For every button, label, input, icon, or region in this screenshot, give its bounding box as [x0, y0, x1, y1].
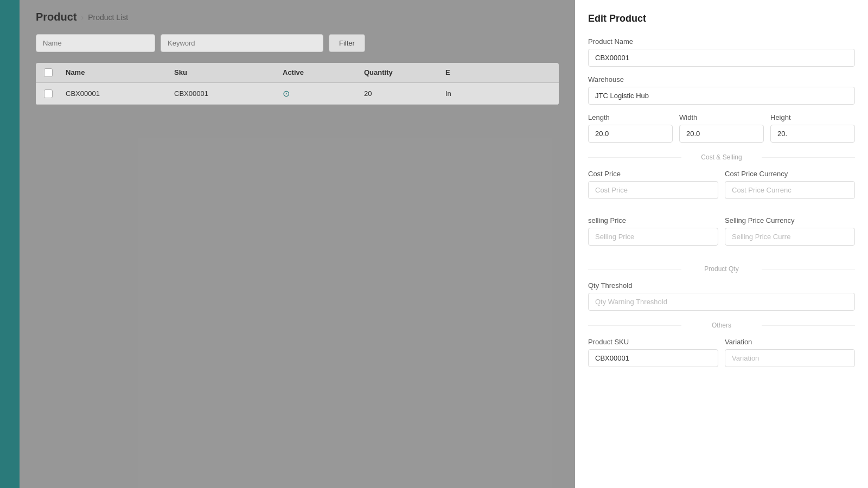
sidebar	[0, 0, 20, 488]
cost-price-currency-input[interactable]	[725, 181, 855, 199]
cost-price-group: Cost Price	[588, 170, 718, 199]
filter-row: Filter	[36, 34, 559, 52]
col-name: Name	[66, 68, 174, 77]
height-field: Height	[770, 113, 855, 143]
row-quantity: 20	[364, 89, 445, 98]
product-sku-label: Product SKU	[588, 338, 718, 346]
row-sku: CBX00001	[174, 89, 283, 98]
product-qty-section: Product Qty	[588, 265, 855, 273]
panel-title: Edit Product	[588, 13, 855, 24]
qty-threshold-label: Qty Threshold	[588, 281, 855, 290]
cost-price-label: Cost Price	[588, 170, 718, 178]
length-input[interactable]	[588, 125, 673, 143]
col-quantity: Quantity	[364, 68, 445, 77]
breadcrumb-list: Product List	[88, 13, 128, 22]
length-field: Length	[588, 113, 673, 143]
col-active: Active	[283, 68, 364, 77]
row-check[interactable]	[44, 89, 66, 98]
height-label: Height	[770, 113, 855, 121]
warehouse-label: Warehouse	[588, 75, 855, 84]
variation-group: Variation	[725, 338, 855, 367]
row-active: ⊙	[283, 88, 364, 99]
main-content: Product › Product List Filter Name Sku A…	[20, 0, 575, 488]
active-check-icon: ⊙	[283, 89, 290, 98]
filter-button[interactable]: Filter	[329, 34, 365, 52]
qty-warning-input[interactable]	[588, 293, 855, 311]
product-sku-input[interactable]	[588, 349, 718, 367]
row-extra: In	[445, 89, 500, 98]
name-input[interactable]	[36, 34, 155, 52]
selling-price-label: selling Price	[588, 216, 718, 224]
edit-product-panel: Edit Product Product Name Warehouse Leng…	[575, 0, 868, 488]
selling-price-group: selling Price	[588, 216, 718, 246]
cost-price-input[interactable]	[588, 181, 718, 199]
selling-price-currency-group: Selling Price Currency	[725, 216, 855, 246]
selling-price-currency-input[interactable]	[725, 228, 855, 246]
header-checkbox[interactable]	[44, 68, 53, 77]
selling-price-currency-label: Selling Price Currency	[725, 216, 855, 224]
row-name: CBX00001	[66, 89, 174, 98]
width-field: Width	[679, 113, 764, 143]
selling-price-row: selling Price Selling Price Currency	[588, 216, 855, 254]
product-name-group: Product Name	[588, 37, 855, 67]
breadcrumb: Product › Product List	[36, 11, 559, 23]
qty-threshold-group: Qty Threshold	[588, 281, 855, 311]
length-label: Length	[588, 113, 673, 121]
product-table: Name Sku Active Quantity E CBX00001 CBX0…	[36, 63, 559, 105]
others-section: Others	[588, 322, 855, 329]
breadcrumb-separator: ›	[81, 13, 84, 22]
product-sku-group: Product SKU	[588, 338, 718, 367]
sku-variation-row: Product SKU Variation	[588, 338, 855, 376]
keyword-input[interactable]	[161, 34, 323, 52]
row-checkbox[interactable]	[44, 89, 53, 98]
warehouse-input[interactable]	[588, 87, 855, 105]
dimensions-row: Length Width Height	[588, 113, 855, 143]
cost-selling-section: Cost & Selling	[588, 153, 855, 161]
height-input[interactable]	[770, 125, 855, 143]
breadcrumb-product: Product	[36, 11, 77, 23]
selling-price-input[interactable]	[588, 228, 718, 246]
variation-label: Variation	[725, 338, 855, 346]
cost-price-currency-group: Cost Price Currency	[725, 170, 855, 199]
warehouse-group: Warehouse	[588, 75, 855, 105]
width-label: Width	[679, 113, 764, 121]
width-input[interactable]	[679, 125, 764, 143]
product-name-input[interactable]	[588, 49, 855, 67]
cost-price-currency-label: Cost Price Currency	[725, 170, 855, 178]
table-header: Name Sku Active Quantity E	[36, 63, 559, 83]
cost-price-row: Cost Price Cost Price Currency	[588, 170, 855, 208]
col-sku: Sku	[174, 68, 283, 77]
variation-input[interactable]	[725, 349, 855, 367]
table-row[interactable]: CBX00001 CBX00001 ⊙ 20 In	[36, 83, 559, 105]
product-name-label: Product Name	[588, 37, 855, 46]
col-extra: E	[445, 68, 500, 77]
col-check	[44, 68, 66, 77]
